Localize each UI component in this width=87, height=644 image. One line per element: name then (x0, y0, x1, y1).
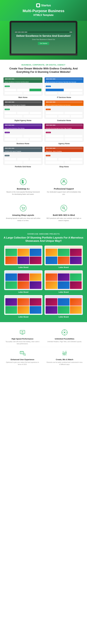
portfolio-item-1[interactable]: Letter Brand (4, 246, 43, 268)
feature-support-title: Professional Support (54, 188, 74, 190)
feature-seo-title: Build With SEO In Mind (53, 214, 75, 216)
bottom-feature-speed-desc: Top quality code will ensure fast loadin… (4, 340, 41, 345)
bottom-feature-unlimited-desc: Unlimited Headers, Page Titles, and Unli… (47, 340, 82, 343)
portfolio-grid: Letter Brand Letter Brand (3, 246, 84, 318)
demo-item-it[interactable]: We Run All Kinds Of IT Services That Vib… (44, 77, 83, 98)
logo-container: Startus (3, 4, 84, 7)
demo-screenshot-agency2: Perfectly Stunning Agency Home Page Temp… (44, 124, 83, 142)
agency-title: Create Your Dream Website With Endless C… (3, 67, 84, 74)
demo-screenshot-main: Deliver Excellence In Service And Execut… (4, 77, 43, 96)
bottom-feature-ux-title: Enhanced User Experience (11, 358, 34, 360)
bootstrap-icon (19, 178, 27, 186)
portfolio-item-5[interactable]: Letter Brand (4, 295, 43, 318)
portfolio-item-2[interactable]: Letter Brand (44, 246, 83, 268)
features-grid: Bootstrap 4.x Based on the most popular … (3, 175, 84, 224)
portfolio-item-6[interactable]: Letter Brand (44, 295, 83, 318)
svg-point-11 (24, 209, 24, 210)
demo-label-portfolio: Portfolio Grid Home (4, 166, 43, 168)
demo-screenshot-business: Multi Purpose Business Plan StartupProfe… (4, 124, 43, 142)
demo-screenshot-agency: Multi-Purpose Digital Agency TemplateCre… (4, 100, 43, 119)
demo-screenshot-portfolio: Portfolio Grid Layout TemplateBeautiful … (4, 146, 43, 165)
svg-point-12 (61, 205, 67, 211)
seo-icon (60, 204, 68, 212)
bottom-feature-unlimited: Unlimited Possibilities Unlimited Header… (45, 326, 84, 347)
laptop-mockup: Deliver Excellence In Service And Execut… (10, 21, 77, 56)
svg-point-41 (65, 352, 66, 354)
demo-label-contractor: Contractor Home (44, 120, 83, 122)
features-section: Bootstrap 4.x Based on the most popular … (0, 170, 87, 229)
header-section: Startus Multi-Purpose Business HTML5 Tem… (0, 0, 87, 21)
feature-shop-desc: Amazing layouts to build your shop and s… (6, 217, 41, 222)
portfolio-screenshot-2 (44, 246, 83, 265)
feature-bootstrap: Bootstrap 4.x Based on the most popular … (4, 175, 42, 198)
ux-icon (19, 349, 26, 357)
bottom-features-section: High Speed Performance Top quality code … (0, 322, 87, 369)
portfolio-screenshot-4 (44, 270, 83, 290)
demo-item-agency2[interactable]: Perfectly Stunning Agency Home Page Temp… (44, 124, 83, 144)
svg-line-35 (25, 355, 25, 355)
svg-point-24 (64, 332, 65, 333)
svg-line-14 (64, 208, 65, 210)
portfolio-item-3[interactable]: Letter Brand (4, 270, 43, 293)
brand-name: Startus (41, 4, 51, 7)
portfolio-label-1: Letter Brand (4, 266, 43, 268)
demo-item-main[interactable]: Deliver Excellence In Service And Execut… (4, 77, 43, 98)
bottom-feature-mix-desc: Elements can be easily combined and cust… (46, 361, 83, 366)
agency-intro-section: Business, Corporate, or Digital Agency C… (0, 60, 87, 76)
portfolio-screenshot-5 (4, 295, 43, 315)
portfolio-section: Showcase Awesome Projects A Large Collec… (0, 229, 87, 322)
laptop-screen-sub: Grow Your Business & Stand Out (32, 38, 55, 40)
svg-point-8 (63, 181, 64, 182)
feature-shop-title: Amazing Shop Layouts (12, 214, 34, 216)
demo-label-it: IT Services Home (44, 96, 83, 98)
svg-point-40 (64, 354, 65, 355)
logo-icon-inner (37, 4, 39, 6)
portfolio-screenshot-1 (4, 246, 43, 265)
svg-point-10 (22, 209, 23, 210)
portfolio-screenshot-6 (44, 295, 83, 315)
bottom-feature-ux-desc: Optimized to give your visitors the best… (4, 361, 41, 366)
feature-seo-desc: SEO practices will make your website ran… (46, 217, 81, 222)
demo-item-contractor[interactable]: Work To Create Dream Products And Servic… (44, 100, 83, 122)
demo-item-shop[interactable]: Shop Home - New & TrendingBuy NowShop No… (44, 146, 83, 168)
demo-screenshot-it: We Run All Kinds Of IT Services That Vib… (44, 77, 83, 96)
svg-point-9 (20, 205, 26, 211)
speed-icon (19, 328, 26, 336)
portfolio-screenshot-3 (4, 270, 43, 290)
bottom-features-grid-2: Enhanced User Experience Optimized to gi… (3, 347, 84, 368)
demo-label-shop: Shop Home (44, 166, 83, 168)
laptop-cta-button[interactable]: Get Started (38, 42, 49, 45)
demo-item-agency[interactable]: Multi-Purpose Digital Agency TemplateCre… (4, 100, 43, 122)
demo-item-business[interactable]: Multi Purpose Business Plan StartupProfe… (4, 124, 43, 144)
bottom-features-grid: High Speed Performance Top quality code … (3, 326, 84, 347)
portfolio-label-3: Letter Brand (4, 291, 43, 293)
feature-seo: Build With SEO In Mind SEO practices wil… (45, 201, 83, 224)
demo-label-business: Business Home (4, 143, 43, 144)
bottom-feature-mix: Create, Mix & Match Elements can be easi… (45, 347, 84, 368)
portfolio-label-2: Letter Brand (44, 266, 83, 268)
portfolio-item-4[interactable]: Letter Brand (44, 270, 83, 293)
bottom-feature-ux: Enhanced User Experience Optimized to gi… (3, 347, 42, 368)
feature-support: Professional Support Our dedicated suppo… (45, 175, 83, 198)
feature-support-desc: Our dedicated support team will immediat… (46, 191, 81, 196)
bottom-feature-unlimited-title: Unlimited Possibilities (55, 338, 74, 340)
demo-screenshot-contractor: Work To Create Dream Products And Servic… (44, 100, 83, 119)
svg-rect-3 (22, 182, 24, 184)
bottom-feature-mix-title: Create, Mix & Match (56, 358, 73, 360)
header-title: Multi-Purpose Business (3, 9, 84, 13)
demo-grid-section: Deliver Excellence In Service And Execut… (0, 76, 87, 170)
agency-label: Business, Corporate, or Digital Agency (3, 64, 84, 66)
svg-point-39 (63, 353, 64, 354)
portfolio-label-5: Letter Brand (4, 316, 43, 318)
bottom-feature-speed-title: High Speed Performance (12, 338, 34, 340)
feature-bootstrap-desc: Based on the most popular Bootstrap fram… (6, 191, 41, 196)
portfolio-label-4: Letter Brand (44, 291, 83, 293)
demo-item-portfolio[interactable]: Portfolio Grid Layout TemplateBeautiful … (4, 146, 43, 168)
shop-icon (19, 204, 27, 212)
laptop-section: Deliver Excellence In Service And Execut… (0, 21, 87, 60)
header-subtitle: HTML5 Template (3, 14, 84, 16)
portfolio-label-6: Letter Brand (44, 316, 83, 318)
logo-icon (36, 4, 40, 7)
laptop-screen: Deliver Excellence In Service And Execut… (11, 22, 76, 54)
portfolio-label: Showcase Awesome Projects (3, 233, 84, 235)
